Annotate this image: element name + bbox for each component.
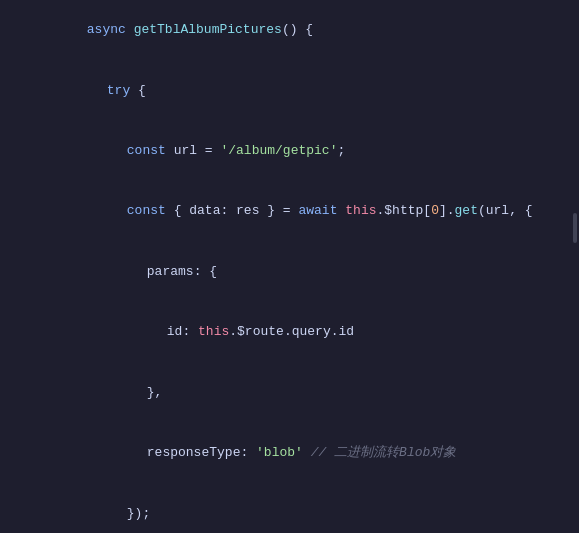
line-text: },	[36, 363, 579, 423]
line-text: responseType: 'blob' // 二进制流转Blob对象	[36, 423, 579, 483]
line-text: try {	[36, 60, 579, 120]
code-line-7: },	[0, 363, 579, 423]
line-text: params: {	[36, 242, 579, 302]
code-line-5: params: {	[0, 242, 579, 302]
code-line-6: id: this.$route.query.id	[0, 302, 579, 362]
code-line-4: const { data: res } = await this.$http[0…	[0, 181, 579, 241]
line-text: async getTblAlbumPictures() {	[36, 0, 579, 60]
line-text: const url = '/album/getpic';	[36, 121, 579, 181]
line-text: });	[36, 483, 579, 533]
line-text: const { data: res } = await this.$http[0…	[36, 181, 579, 241]
line-text: id: this.$route.query.id	[36, 302, 579, 362]
scrollbar[interactable]	[573, 213, 577, 243]
code-line-2: try {	[0, 60, 579, 120]
code-line-9: });	[0, 483, 579, 533]
code-line-3: const url = '/album/getpic';	[0, 121, 579, 181]
code-line-8: responseType: 'blob' // 二进制流转Blob对象	[0, 423, 579, 483]
code-editor: async getTblAlbumPictures() { try { cons…	[0, 0, 579, 533]
code-line-1: async getTblAlbumPictures() {	[0, 0, 579, 60]
